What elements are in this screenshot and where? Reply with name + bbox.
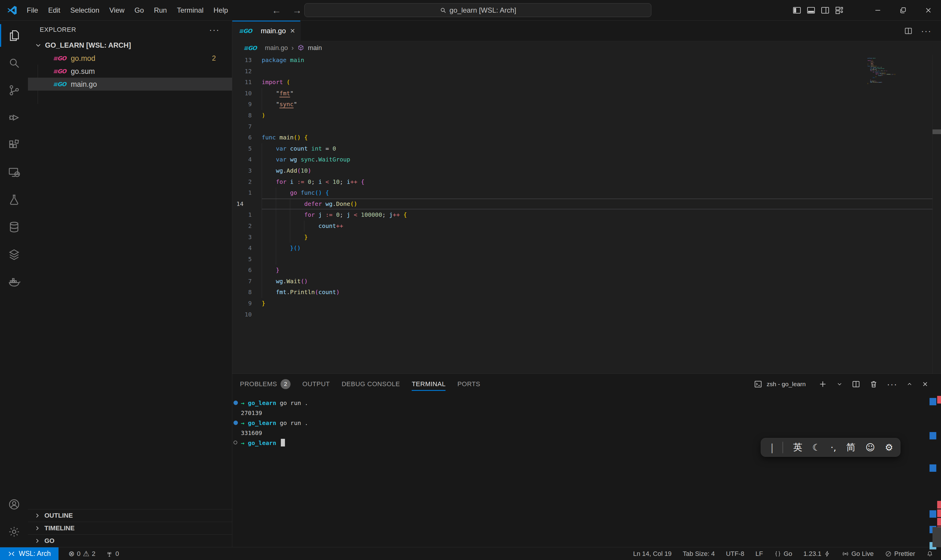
section-go[interactable]: GO bbox=[28, 534, 232, 547]
activity-item-docker[interactable] bbox=[0, 268, 28, 295]
sidebar-sections: OUTLINETIMELINEGO bbox=[28, 509, 232, 547]
problems-status[interactable]: ⊗ 0 ⚠ 2 bbox=[69, 549, 95, 558]
close-window-icon[interactable] bbox=[916, 0, 941, 21]
panel-tab-output[interactable]: OUTPUT bbox=[302, 374, 330, 394]
chevron-right-icon bbox=[34, 525, 41, 532]
breadcrumb-file[interactable]: main.go bbox=[265, 44, 288, 52]
section-timeline[interactable]: TIMELINE bbox=[28, 522, 232, 534]
minimap[interactable]: package main import ( "fmt" "sync") func… bbox=[864, 55, 932, 85]
status-item-tab-size[interactable]: Tab Size: 4 bbox=[683, 550, 715, 558]
menu-item-terminal[interactable]: Terminal bbox=[172, 4, 209, 17]
editor-scrollbar[interactable] bbox=[932, 55, 941, 374]
menu-item-go[interactable]: Go bbox=[129, 4, 149, 17]
customize-layout-icon[interactable] bbox=[835, 6, 844, 15]
toggle-panel-icon[interactable] bbox=[806, 6, 816, 15]
line-number: 9 bbox=[232, 99, 252, 110]
file-item-go-mod[interactable]: ≡GOgo.mod2 bbox=[28, 52, 232, 65]
activity-item-explorer[interactable] bbox=[0, 22, 28, 49]
indent-guide bbox=[262, 165, 276, 177]
overview-mark-red bbox=[937, 396, 941, 403]
panel-tab-ports[interactable]: PORTS bbox=[457, 374, 480, 394]
activity-item-remote-explorer[interactable] bbox=[0, 158, 28, 186]
restore-icon[interactable] bbox=[890, 0, 916, 21]
ports-status[interactable]: 0 bbox=[106, 550, 119, 558]
go-file-icon: ≡GO bbox=[53, 68, 66, 74]
command-center-search[interactable]: go_learn [WSL: Arch] bbox=[304, 3, 651, 17]
activity-item-search[interactable] bbox=[0, 49, 28, 77]
activity-item-accounts[interactable] bbox=[0, 491, 28, 518]
menu-item-help[interactable]: Help bbox=[209, 4, 233, 17]
explorer-root-folder[interactable]: GO_LEARN [WSL: ARCH] bbox=[28, 39, 232, 52]
ime-item-2[interactable]: ·, bbox=[830, 442, 836, 453]
close-tab-icon[interactable]: × bbox=[290, 26, 295, 35]
split-terminal-icon[interactable] bbox=[852, 380, 860, 389]
scrollbar-thumb[interactable] bbox=[932, 129, 941, 134]
command-decoration-icon bbox=[234, 401, 238, 405]
file-item-go-sum[interactable]: ≡GOgo.sum bbox=[28, 65, 232, 78]
menu-item-file[interactable]: File bbox=[22, 4, 43, 17]
status-item-eol[interactable]: LF bbox=[755, 550, 763, 558]
ime-item-1[interactable]: ☾ bbox=[812, 442, 820, 453]
activity-item-database[interactable] bbox=[0, 213, 28, 241]
explorer-icon bbox=[8, 29, 21, 42]
ime-item-5[interactable]: ⚙ bbox=[885, 442, 893, 453]
line-number: 10 bbox=[232, 88, 252, 99]
code-line: 5var count int = 0 bbox=[232, 143, 941, 154]
status-item-cursor-position[interactable]: Ln 14, Col 19 bbox=[633, 550, 672, 558]
terminal-title[interactable]: zsh - go_learn bbox=[767, 381, 806, 388]
explorer-more-actions-icon[interactable]: ··· bbox=[209, 25, 220, 35]
line-number: 13 bbox=[232, 55, 252, 66]
toggle-secondary-sidebar-icon[interactable] bbox=[820, 6, 830, 15]
menu-item-selection[interactable]: Selection bbox=[65, 4, 105, 17]
activity-item-settings[interactable] bbox=[0, 518, 28, 545]
panel-more-actions-icon[interactable]: ··· bbox=[887, 379, 898, 389]
nav-forward-icon[interactable]: → bbox=[290, 0, 304, 21]
code-line: 13package main bbox=[232, 55, 941, 66]
activity-item-source-control[interactable] bbox=[0, 77, 28, 104]
ime-toolbar: ❘ 英☾·,简☺⚙ bbox=[761, 438, 900, 457]
status-item-notifications[interactable] bbox=[926, 550, 933, 557]
toggle-sidebar-icon[interactable] bbox=[792, 6, 802, 15]
status-item-go-version[interactable]: 1.23.1 bbox=[803, 550, 831, 558]
ime-item-4[interactable]: ☺ bbox=[866, 442, 875, 453]
panel-tab-debug-console[interactable]: DEBUG CONSOLE bbox=[342, 374, 400, 394]
activity-item-testing[interactable] bbox=[0, 186, 28, 213]
code-line: 3wg.Add(10) bbox=[232, 165, 941, 177]
overview-mark-red bbox=[937, 518, 941, 526]
activity-item-layers[interactable] bbox=[0, 241, 28, 268]
ports-icon bbox=[106, 550, 113, 558]
activity-item-run-debug[interactable] bbox=[0, 104, 28, 131]
ime-item-3[interactable]: 简 bbox=[846, 441, 855, 454]
new-terminal-icon[interactable] bbox=[818, 379, 827, 389]
code-line: 2for i := 0; i < 10; i++ { bbox=[232, 177, 941, 188]
status-item-encoding[interactable]: UTF-8 bbox=[726, 550, 744, 558]
vscode-logo-icon bbox=[6, 5, 18, 16]
breadcrumb-symbol[interactable]: main bbox=[308, 44, 322, 52]
panel-tab-problems[interactable]: PROBLEMS2 bbox=[240, 374, 291, 394]
editor-more-actions-icon[interactable]: ··· bbox=[921, 26, 932, 36]
menu-item-edit[interactable]: Edit bbox=[43, 4, 65, 17]
status-item-prettier[interactable]: Prettier bbox=[885, 550, 915, 558]
tab-main-go[interactable]: ≡GO main.go × bbox=[232, 21, 301, 41]
current-line-highlight bbox=[262, 198, 932, 210]
activity-item-extensions[interactable] bbox=[0, 131, 28, 158]
code-editor[interactable]: 13package main1211import (10"fmt"9"sync"… bbox=[232, 55, 941, 374]
file-item-main-go[interactable]: ≡GOmain.go bbox=[28, 78, 232, 91]
maximize-panel-icon[interactable] bbox=[906, 381, 913, 387]
split-editor-icon[interactable] bbox=[904, 26, 913, 35]
ime-item-0[interactable]: 英 bbox=[793, 441, 802, 454]
panel-tab-terminal[interactable]: TERMINAL bbox=[412, 374, 446, 394]
terminal-scrollbar-thumb[interactable] bbox=[932, 527, 941, 547]
section-outline[interactable]: OUTLINE bbox=[28, 509, 232, 522]
terminal-dropdown-icon[interactable] bbox=[836, 381, 843, 387]
nav-back-icon[interactable]: ← bbox=[269, 0, 284, 21]
kill-terminal-icon[interactable] bbox=[869, 380, 878, 389]
remote-indicator[interactable]: WSL: Arch bbox=[0, 547, 58, 560]
minimize-icon[interactable] bbox=[865, 0, 890, 21]
status-item-go-live[interactable]: Go Live bbox=[842, 550, 874, 558]
menu-item-view[interactable]: View bbox=[105, 4, 130, 17]
close-panel-icon[interactable] bbox=[922, 381, 929, 388]
menu-item-run[interactable]: Run bbox=[149, 4, 172, 17]
line-number: 14 bbox=[232, 198, 252, 210]
status-item-language-go[interactable]: Go bbox=[774, 550, 792, 558]
